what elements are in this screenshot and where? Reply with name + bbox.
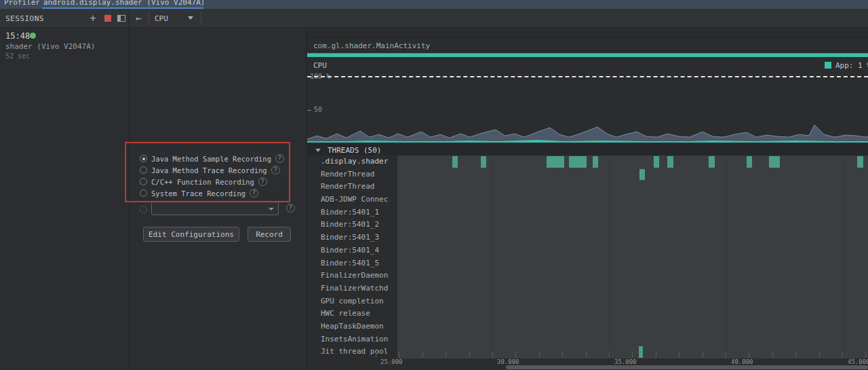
horizontal-scrollbar[interactable] <box>506 365 868 369</box>
thread-row-label[interactable]: RenderThread <box>321 168 374 181</box>
threads-section-header[interactable]: THREADS (50) <box>307 145 868 155</box>
recording-option-help-icon[interactable]: ? <box>275 154 284 163</box>
thread-row-label[interactable]: Binder:5401_1 <box>321 206 379 219</box>
thread-row-label[interactable]: InsetsAnimation <box>321 333 388 346</box>
add-session-icon[interactable]: + <box>87 13 98 24</box>
config-panel-divider <box>307 28 307 370</box>
profiler-view-select[interactable]: CPU <box>155 14 168 23</box>
recording-option-help-icon[interactable]: ? <box>250 189 258 198</box>
collapse-threads-icon[interactable] <box>315 149 321 152</box>
time-axis-label: 45.000 <box>848 358 868 365</box>
time-axis-tick <box>772 352 773 358</box>
tab-session-label: android.display.shader (Vivo V2047A) <box>43 0 203 7</box>
time-axis-tick <box>586 352 587 358</box>
thread-row-label[interactable]: Binder:5401_5 <box>321 257 379 270</box>
thread-row-label[interactable]: ADB-JDWP Connec <box>321 193 388 206</box>
thread-activity-block <box>593 156 598 168</box>
recording-option-label: Java Method Trace Recording <box>151 166 267 174</box>
thread-row-label[interactable]: Binder:5401_4 <box>321 244 379 257</box>
recording-option-help-icon[interactable]: ? <box>271 166 280 174</box>
stop-session-icon[interactable] <box>102 13 113 24</box>
time-axis-tick <box>609 352 610 358</box>
record-button[interactable]: Record <box>248 227 291 242</box>
threads-track-background <box>397 155 868 358</box>
profiler-toolbar: SESSIONS + ← CPU <box>0 9 868 28</box>
recording-option-row: Java Method Sample Recording? <box>140 153 284 164</box>
time-axis-tick <box>842 352 843 358</box>
thread-row-label[interactable]: HeapTaskDaemon <box>321 320 384 333</box>
time-axis-tick <box>749 352 749 358</box>
time-axis-tick <box>492 352 493 358</box>
cpu-usage-area-chart[interactable] <box>307 75 868 143</box>
time-axis-tick <box>376 352 376 358</box>
time-axis-tick <box>562 352 563 358</box>
toolbar-separator <box>201 12 201 24</box>
custom-config-radio[interactable] <box>140 206 147 213</box>
recording-option-label: Java Method Sample Recording <box>151 155 271 163</box>
recording-config-panel: Java Method Sample Recording?Java Method… <box>130 28 307 370</box>
thread-activity-block <box>481 156 486 168</box>
tab-profiler-label: Profiler <box>4 0 39 7</box>
time-axis-tick <box>703 352 703 358</box>
sessions-panel-title: SESSIONS <box>5 14 44 23</box>
timeline-gridline <box>492 155 493 358</box>
threads-track-area: .display.shaderRenderThreadRenderThreadA… <box>307 155 868 358</box>
recording-option-row: Java Method Trace Recording? <box>140 165 280 175</box>
thread-row-label[interactable]: Binder:5401_3 <box>321 232 379 244</box>
recording-option-radio[interactable] <box>140 155 147 162</box>
time-axis-label: 25.000 <box>380 358 403 365</box>
thread-activity-block <box>452 156 458 168</box>
thread-activity-block <box>667 156 673 168</box>
thread-row-label[interactable]: Jit thread pool <box>321 346 388 358</box>
combobox-dropdown-icon <box>269 208 274 210</box>
time-axis-tick <box>399 352 399 358</box>
view-select-dropdown-icon[interactable] <box>188 16 193 20</box>
session-name[interactable]: shader (Vivo V2047A) <box>5 42 95 51</box>
thread-activity-block <box>569 156 587 168</box>
recording-option-radio[interactable] <box>140 178 147 185</box>
custom-config-help-icon[interactable]: ? <box>286 204 295 212</box>
custom-config-radio-row <box>140 204 147 215</box>
thread-row-label[interactable]: HWC release <box>321 308 370 320</box>
thread-activity-block <box>769 156 780 168</box>
recording-option-radio[interactable] <box>140 189 147 197</box>
activity-event-bar[interactable] <box>307 53 868 57</box>
timeline-gridline <box>843 155 844 358</box>
time-axis-label: 35.000 <box>614 358 637 365</box>
thread-row-label[interactable]: .display.shader <box>321 155 388 168</box>
threads-header-label: THREADS (50) <box>328 146 381 155</box>
time-axis-tick <box>795 352 796 358</box>
time-axis-tick <box>632 352 633 358</box>
session-live-dot-icon <box>30 33 36 39</box>
toolbar-separator <box>149 12 149 24</box>
back-arrow-icon[interactable]: ← <box>133 13 144 24</box>
time-axis-tick <box>726 352 726 358</box>
edit-configurations-button[interactable]: Edit Configurations <box>143 227 239 242</box>
cpu-profiler-panel: com.gl.shader.MainActivity CPU App: 1 % … <box>307 28 868 370</box>
session-time[interactable]: 15:48 <box>5 31 30 41</box>
cpu-chart-title: CPU <box>313 61 327 70</box>
time-axis-tick <box>469 352 470 358</box>
thread-activity-block <box>547 156 564 168</box>
thread-row-label[interactable]: RenderThread <box>321 181 374 193</box>
recording-option-help-icon[interactable]: ? <box>258 177 267 186</box>
thread-activity-block <box>857 156 863 168</box>
thread-activity-block <box>654 156 659 168</box>
timeline-gridline <box>610 155 610 358</box>
session-duration: 52 sec <box>5 52 30 60</box>
sessions-panel-divider <box>129 9 130 370</box>
collapse-sessions-panel-icon[interactable] <box>116 13 127 24</box>
tab-profiler[interactable]: Profiler <box>4 0 39 9</box>
thread-row-label[interactable]: GPU completion <box>321 295 384 308</box>
time-axis-label: 30.000 <box>497 358 519 365</box>
activity-name: com.gl.shader.MainActivity <box>313 41 430 50</box>
time-axis-tick <box>819 352 820 358</box>
thread-row-label[interactable]: FinalizerWatchd <box>321 282 388 295</box>
recording-option-row: C/C++ Function Recording? <box>140 177 267 187</box>
recording-option-radio[interactable] <box>140 166 147 174</box>
thread-row-label[interactable]: Binder:5401_2 <box>321 219 379 231</box>
thread-row-label[interactable]: FinalizerDaemon <box>321 270 388 282</box>
time-axis-tick <box>446 352 446 358</box>
thread-activity-block <box>747 156 752 168</box>
custom-config-combobox[interactable] <box>151 202 279 215</box>
